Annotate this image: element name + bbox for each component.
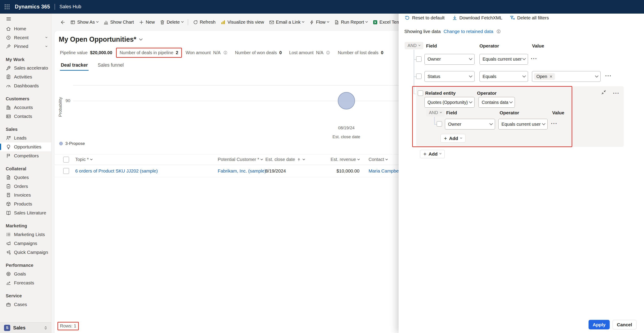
visualize-view-button[interactable]: Visualize this view bbox=[218, 17, 266, 28]
add-condition-button[interactable]: + Add bbox=[440, 134, 466, 143]
nested-logic-dropdown[interactable]: AND bbox=[426, 109, 444, 116]
sidebar-item-cases[interactable]: Cases bbox=[0, 300, 51, 309]
condition-checkbox[interactable] bbox=[416, 74, 422, 79]
value-dropdown[interactable]: Open bbox=[532, 71, 600, 82]
column-header-topic[interactable]: Topic * bbox=[75, 157, 218, 162]
sidebar-group-header-collateral: Collateral bbox=[0, 165, 51, 173]
show-chart-button[interactable]: Show Chart bbox=[101, 17, 136, 28]
run-report-button[interactable]: Run Report bbox=[332, 17, 370, 28]
delete-button[interactable]: Delete bbox=[158, 17, 185, 28]
field-dropdown[interactable]: Status bbox=[424, 71, 474, 82]
row-count-text: Rows: 1 bbox=[60, 323, 76, 328]
column-header-potential-customer[interactable]: Potential Customer * bbox=[218, 157, 266, 162]
est-close-date-cell: 8/19/2024 bbox=[266, 168, 286, 174]
row-checkbox[interactable] bbox=[63, 168, 69, 174]
back-button[interactable] bbox=[58, 17, 67, 28]
related-entity-operator-dropdown[interactable]: Contains data bbox=[478, 97, 514, 108]
sidebar-item-quotes[interactable]: Quotes bbox=[0, 173, 51, 182]
select-all-checkbox[interactable] bbox=[63, 157, 69, 162]
cancel-button[interactable]: Cancel bbox=[612, 320, 636, 329]
operator-dropdown[interactable]: Equals current user bbox=[498, 119, 548, 130]
tab-sales-funnel[interactable]: Sales funnel bbox=[97, 62, 124, 71]
sidebar-item-forecasts[interactable]: Forecasts bbox=[0, 278, 51, 287]
tab-deal-tracker[interactable]: Deal tracker bbox=[60, 62, 89, 71]
collapse-group-button[interactable] bbox=[601, 90, 606, 95]
chevron-up-down-icon[interactable] bbox=[44, 326, 48, 330]
download-fetchxml-button[interactable]: Download FetchXML bbox=[450, 14, 505, 22]
new-button[interactable]: New bbox=[137, 17, 157, 28]
topbar-divider bbox=[54, 4, 55, 10]
column-header-contact[interactable]: Contact bbox=[368, 157, 388, 162]
reset-to-default-button[interactable]: Reset to default bbox=[402, 14, 447, 22]
topic-link[interactable]: 6 orders of Product SKU JJ202 (sample) bbox=[75, 168, 158, 174]
sidebar-item-competitors[interactable]: Competitors bbox=[0, 151, 51, 160]
tree-connector bbox=[414, 50, 414, 94]
view-selector[interactable]: My Open Opportunities* bbox=[59, 36, 142, 43]
chart-bubble[interactable] bbox=[338, 92, 355, 109]
operator-dropdown[interactable]: Equals current user bbox=[480, 54, 528, 65]
chevron-down-icon bbox=[90, 158, 93, 160]
group-checkbox[interactable] bbox=[418, 91, 423, 96]
column-header-est-close-date[interactable]: Est. close date bbox=[266, 157, 305, 162]
condition-more-button[interactable]: ··· bbox=[551, 121, 558, 126]
sidebar-item-products[interactable]: Products bbox=[0, 199, 51, 208]
sidebar-item-sales-accelerator[interactable]: Sales accelerator bbox=[0, 64, 51, 73]
sidebar-item-orders[interactable]: Orders bbox=[0, 182, 51, 191]
sidebar-item-recent[interactable]: Recent bbox=[0, 33, 51, 42]
cmd-label: Show As bbox=[77, 20, 95, 25]
column-header-est-revenue[interactable]: Est. revenue bbox=[305, 157, 360, 162]
app-launcher-button[interactable] bbox=[4, 4, 10, 10]
sidebar-item-sales-literature[interactable]: Sales Literature bbox=[0, 208, 51, 217]
field-dropdown[interactable]: Owner bbox=[424, 54, 474, 65]
flow-button[interactable]: Flow bbox=[307, 17, 331, 28]
sidebar-item-opportunities[interactable]: Opportunities bbox=[0, 142, 51, 151]
related-entity-group: Related entity Operator ··· Quotes (Oppo… bbox=[416, 86, 624, 147]
change-retained-data-link[interactable]: Change to retained data bbox=[444, 29, 494, 34]
show-as-button[interactable]: Show As bbox=[68, 17, 100, 28]
sidebar-item-label: Home bbox=[14, 26, 26, 32]
remove-tag-icon[interactable] bbox=[549, 75, 553, 78]
sidebar-item-dashboards[interactable]: Dashboards bbox=[0, 81, 51, 90]
refresh-button[interactable]: Refresh bbox=[190, 17, 218, 28]
related-entity-label: Related entity bbox=[425, 91, 456, 96]
metric-won-amount: Won amount N/A bbox=[186, 50, 228, 55]
sidebar-item-contacts[interactable]: Contacts bbox=[0, 112, 51, 121]
sidebar-group-header-performance: Performance bbox=[0, 261, 51, 269]
sidebar-item-activities[interactable]: Activities bbox=[0, 73, 51, 81]
download-icon bbox=[452, 15, 458, 21]
condition-more-button[interactable]: ··· bbox=[531, 56, 537, 61]
group-logic-dropdown[interactable]: AND bbox=[404, 42, 423, 49]
contact-card-icon bbox=[6, 114, 11, 119]
sidebar-item-home[interactable]: Home bbox=[0, 24, 51, 33]
email-link-button[interactable]: Email a Link bbox=[267, 17, 306, 28]
envelope-icon bbox=[269, 20, 274, 25]
info-icon[interactable] bbox=[223, 50, 228, 55]
sitemap-toggle-button[interactable] bbox=[0, 14, 12, 24]
apply-button[interactable]: Apply bbox=[588, 320, 610, 329]
chevron-down-icon[interactable] bbox=[44, 45, 48, 48]
add-filter-button[interactable]: + Add bbox=[420, 150, 445, 158]
group-more-button[interactable]: ··· bbox=[613, 91, 620, 96]
potential-customer-link[interactable]: Fabrikam, Inc. (sample) bbox=[218, 168, 266, 174]
document-icon bbox=[6, 175, 11, 180]
operator-dropdown[interactable]: Equals bbox=[480, 71, 528, 82]
book-icon bbox=[6, 210, 11, 215]
sidebar-item-campaigns[interactable]: Campaigns bbox=[0, 239, 51, 248]
sidebar-item-leads[interactable]: Leads bbox=[0, 134, 51, 142]
info-icon[interactable] bbox=[326, 50, 330, 55]
related-entity-dropdown[interactable]: Quotes (Opportunity) bbox=[424, 97, 474, 108]
sidebar-item-pinned[interactable]: Pinned bbox=[0, 42, 51, 51]
condition-more-button[interactable]: ··· bbox=[605, 73, 612, 79]
sidebar-item-quick-campaigns[interactable]: Quick Campaigns bbox=[0, 248, 51, 257]
sidebar-item-goals[interactable]: Goals bbox=[0, 269, 51, 278]
info-icon[interactable] bbox=[496, 29, 501, 34]
area-switcher[interactable]: S Sales bbox=[0, 322, 51, 333]
condition-checkbox[interactable] bbox=[416, 56, 422, 62]
chevron-down-icon[interactable] bbox=[44, 36, 48, 40]
condition-checkbox[interactable] bbox=[437, 121, 442, 127]
field-dropdown[interactable]: Owner bbox=[445, 119, 495, 130]
delete-all-filters-button[interactable]: Delete all filters bbox=[507, 14, 551, 22]
sidebar-item-invoices[interactable]: Invoices bbox=[0, 191, 51, 200]
sidebar-item-marketing-lists[interactable]: Marketing Lists bbox=[0, 230, 51, 239]
sidebar-item-accounts[interactable]: Accounts bbox=[0, 103, 51, 112]
